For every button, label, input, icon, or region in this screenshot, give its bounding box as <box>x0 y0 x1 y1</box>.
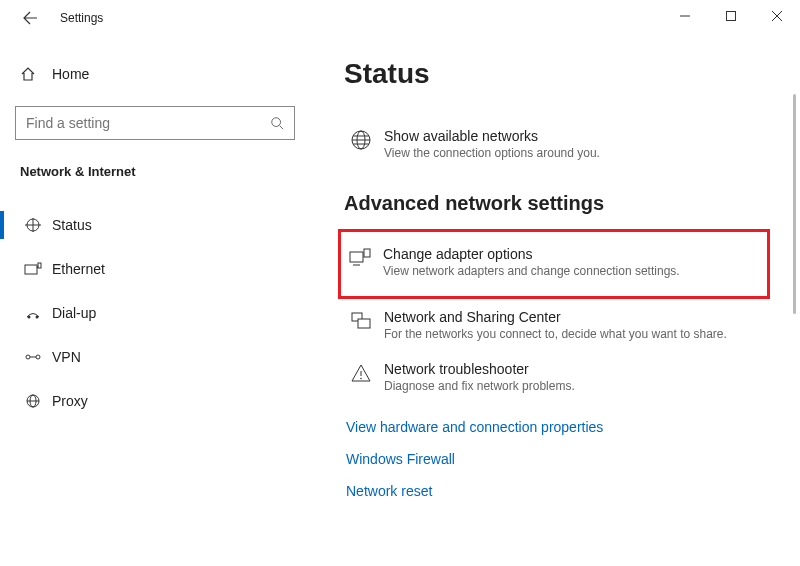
search-input-wrapper[interactable] <box>15 106 295 140</box>
option-title: Show available networks <box>384 128 600 144</box>
minimize-icon <box>680 11 690 21</box>
search-input[interactable] <box>26 115 270 131</box>
page-title: Status <box>344 58 770 90</box>
ethernet-icon <box>20 259 46 279</box>
svg-point-11 <box>36 316 39 319</box>
sidebar-item-label: Dial-up <box>52 305 96 321</box>
svg-point-2 <box>272 118 281 127</box>
dialup-icon <box>20 303 46 323</box>
svg-rect-24 <box>364 249 370 257</box>
sidebar-item-label: VPN <box>52 349 81 365</box>
sidebar-item-status[interactable]: Status <box>15 203 295 247</box>
sharing-icon <box>344 309 378 333</box>
globe-icon <box>344 128 378 152</box>
view-hardware-link[interactable]: View hardware and connection properties <box>346 419 770 435</box>
section-heading: Advanced network settings <box>344 192 770 215</box>
network-troubleshooter-option[interactable]: Network troubleshooter Diagnose and fix … <box>344 351 770 403</box>
home-label: Home <box>52 66 89 82</box>
arrow-left-icon <box>22 10 38 26</box>
option-title: Change adapter options <box>383 246 680 262</box>
close-icon <box>772 11 782 21</box>
maximize-icon <box>726 11 736 21</box>
option-desc: View the connection options around you. <box>384 146 600 160</box>
svg-point-10 <box>28 316 31 319</box>
option-title: Network troubleshooter <box>384 361 575 377</box>
svg-rect-7 <box>25 265 37 274</box>
category-header: Network & Internet <box>15 164 295 179</box>
sidebar-item-label: Status <box>52 217 92 233</box>
warning-icon <box>344 361 378 385</box>
sidebar-item-label: Proxy <box>52 393 88 409</box>
highlight-annotation: Change adapter options View network adap… <box>338 229 770 299</box>
svg-point-12 <box>26 355 30 359</box>
sidebar-item-ethernet[interactable]: Ethernet <box>15 247 295 291</box>
svg-rect-27 <box>358 319 370 328</box>
option-desc: For the networks you connect to, decide … <box>384 327 727 341</box>
back-button[interactable] <box>18 6 42 30</box>
option-desc: View network adapters and change connect… <box>383 264 680 278</box>
svg-rect-1 <box>727 12 736 21</box>
vpn-icon <box>20 347 46 367</box>
option-title: Network and Sharing Center <box>384 309 727 325</box>
maximize-button[interactable] <box>708 0 754 32</box>
adapter-icon <box>343 246 377 270</box>
minimize-button[interactable] <box>662 0 708 32</box>
svg-rect-23 <box>350 252 363 262</box>
sidebar-item-proxy[interactable]: Proxy <box>15 379 295 423</box>
svg-point-13 <box>36 355 40 359</box>
change-adapter-options[interactable]: Change adapter options View network adap… <box>343 236 761 288</box>
svg-line-3 <box>280 126 284 130</box>
sidebar-item-vpn[interactable]: VPN <box>15 335 295 379</box>
home-icon <box>20 66 46 82</box>
proxy-icon <box>20 391 46 411</box>
network-sharing-center-option[interactable]: Network and Sharing Center For the netwo… <box>344 299 770 351</box>
scrollbar[interactable] <box>793 94 796 314</box>
svg-point-29 <box>360 378 362 380</box>
window-title: Settings <box>60 11 103 25</box>
home-nav-item[interactable]: Home <box>15 56 295 92</box>
sidebar-item-label: Ethernet <box>52 261 105 277</box>
sidebar-item-dialup[interactable]: Dial-up <box>15 291 295 335</box>
search-icon <box>270 116 284 130</box>
svg-rect-8 <box>38 263 41 268</box>
close-button[interactable] <box>754 0 800 32</box>
windows-firewall-link[interactable]: Windows Firewall <box>346 451 770 467</box>
option-desc: Diagnose and fix network problems. <box>384 379 575 393</box>
show-available-networks-option[interactable]: Show available networks View the connect… <box>344 118 770 170</box>
network-reset-link[interactable]: Network reset <box>346 483 770 499</box>
status-icon <box>20 215 46 235</box>
